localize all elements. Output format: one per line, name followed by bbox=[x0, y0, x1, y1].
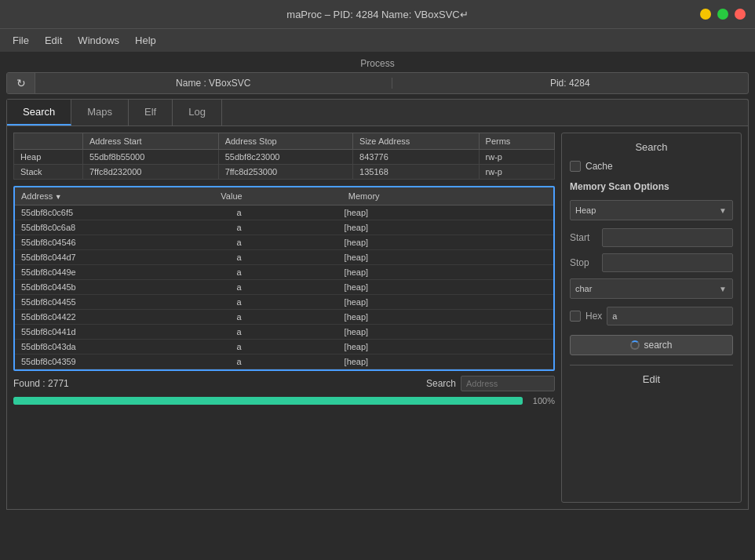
result-value: a bbox=[230, 280, 337, 295]
list-item[interactable]: 55dbf8c04359 a [heap] bbox=[15, 355, 553, 369]
hex-input[interactable] bbox=[607, 307, 733, 325]
results-col-value: Value bbox=[214, 187, 342, 205]
result-value: a bbox=[230, 325, 337, 340]
process-refresh-button[interactable]: ↻ bbox=[7, 72, 35, 94]
menubar: FileEditWindowsHelp bbox=[0, 28, 755, 52]
list-item[interactable]: 55dbf8c0445b a [heap] bbox=[15, 280, 553, 295]
result-address: 55dbf8c04546 bbox=[15, 235, 230, 250]
result-memory: [heap] bbox=[338, 295, 500, 310]
result-address: 55dbf8c043da bbox=[15, 340, 230, 355]
stop-row: Stop bbox=[570, 253, 733, 272]
region-perms: rw-p bbox=[479, 150, 554, 165]
titlebar-title: maProc – PID: 4284 Name: VBoxSVC↵ bbox=[286, 9, 468, 20]
tab-log[interactable]: Log bbox=[173, 100, 222, 125]
main-container: Process ↻ Name : VBoxSVC Pid: 4284 Searc… bbox=[0, 52, 755, 516]
hex-row: Hex bbox=[570, 307, 733, 325]
search-label-bottom: Search bbox=[426, 378, 456, 389]
regions-col-start: Address Start bbox=[82, 133, 218, 150]
menubar-item-windows[interactable]: Windows bbox=[71, 31, 126, 49]
type-dropdown[interactable]: char int float double string bbox=[570, 278, 733, 299]
address-input[interactable] bbox=[461, 376, 555, 391]
menubar-item-file[interactable]: File bbox=[6, 31, 35, 49]
result-memory: [heap] bbox=[338, 235, 500, 250]
region-stop: 7ffc8d253000 bbox=[218, 165, 352, 180]
result-address: 55dbf8c04359 bbox=[15, 355, 230, 369]
right-panel-title: Search bbox=[570, 141, 733, 153]
list-item[interactable]: 55dbf8c04546 a [heap] bbox=[15, 235, 553, 250]
cache-row: Cache bbox=[570, 161, 733, 172]
result-memory: [heap] bbox=[338, 220, 500, 235]
tabs: Search Maps Elf Log bbox=[6, 99, 749, 125]
list-item[interactable]: 55dbf8c04455 a [heap] bbox=[15, 295, 553, 310]
results-scroll[interactable]: 55dbf8c0c6f5 a [heap] 55dbf8c0c6a8 a [he… bbox=[15, 205, 553, 369]
process-label: Process bbox=[6, 58, 749, 69]
tab-elf[interactable]: Elf bbox=[129, 100, 173, 125]
result-memory: [heap] bbox=[338, 310, 500, 325]
region-start: 7ffc8d232000 bbox=[82, 165, 218, 180]
window-controls bbox=[700, 9, 746, 20]
list-item[interactable]: 55dbf8c04422 a [heap] bbox=[15, 310, 553, 325]
cache-checkbox[interactable] bbox=[570, 161, 581, 172]
process-section: Process ↻ Name : VBoxSVC Pid: 4284 bbox=[6, 58, 749, 94]
list-item[interactable]: 55dbf8c0441d a [heap] bbox=[15, 325, 553, 340]
table-row[interactable]: Heap 55dbf8b55000 55dbf8c23000 843776 rw… bbox=[14, 150, 555, 165]
result-value: a bbox=[230, 355, 337, 369]
result-memory: [heap] bbox=[338, 205, 500, 220]
menubar-item-edit[interactable]: Edit bbox=[38, 31, 68, 49]
regions-col-type bbox=[14, 133, 83, 150]
progress-container: 100% bbox=[13, 396, 555, 405]
progress-pct: 100% bbox=[527, 396, 555, 405]
result-memory: [heap] bbox=[338, 355, 500, 369]
regions-col-size: Size Address bbox=[353, 133, 479, 150]
stop-label: Stop bbox=[570, 257, 597, 268]
list-item[interactable]: 55dbf8c0449e a [heap] bbox=[15, 265, 553, 280]
start-input[interactable] bbox=[602, 228, 733, 247]
heap-dropdown[interactable]: Heap Stack All bbox=[570, 200, 733, 220]
stop-input[interactable] bbox=[602, 253, 733, 272]
region-perms: rw-p bbox=[479, 165, 554, 180]
result-address: 55dbf8c0c6f5 bbox=[15, 205, 230, 220]
result-value: a bbox=[230, 250, 337, 265]
list-item[interactable]: 55dbf8c044d7 a [heap] bbox=[15, 250, 553, 265]
result-extra bbox=[499, 205, 553, 220]
result-extra bbox=[499, 265, 553, 280]
close-button[interactable] bbox=[735, 9, 746, 20]
menubar-item-help[interactable]: Help bbox=[129, 31, 162, 49]
result-extra bbox=[499, 250, 553, 265]
found-count: Found : 2771 bbox=[13, 378, 69, 389]
result-extra bbox=[499, 295, 553, 310]
results-col-address: Address bbox=[15, 187, 214, 205]
region-stop: 55dbf8c23000 bbox=[218, 150, 352, 165]
tab-search[interactable]: Search bbox=[7, 100, 71, 125]
region-type: Heap bbox=[14, 150, 83, 165]
result-value: a bbox=[230, 220, 337, 235]
tab-maps[interactable]: Maps bbox=[71, 100, 129, 125]
type-dropdown-wrapper: char int float double string ▼ bbox=[570, 278, 733, 299]
result-extra bbox=[499, 325, 553, 340]
result-address: 55dbf8c0445b bbox=[15, 280, 230, 295]
process-info: ↻ Name : VBoxSVC Pid: 4284 bbox=[6, 72, 749, 94]
start-row: Start bbox=[570, 228, 733, 247]
result-value: a bbox=[230, 205, 337, 220]
bottom-bar: Found : 2771 Search bbox=[13, 376, 555, 391]
table-row[interactable]: Stack 7ffc8d232000 7ffc8d253000 135168 r… bbox=[14, 165, 555, 180]
hex-checkbox[interactable] bbox=[570, 311, 581, 322]
result-address: 55dbf8c0449e bbox=[15, 265, 230, 280]
search-btn-label: search bbox=[644, 340, 672, 351]
result-address: 55dbf8c04422 bbox=[15, 310, 230, 325]
search-button[interactable]: search bbox=[570, 335, 733, 355]
result-memory: [heap] bbox=[338, 250, 500, 265]
list-item[interactable]: 55dbf8c0c6a8 a [heap] bbox=[15, 220, 553, 235]
maximize-button[interactable] bbox=[717, 9, 728, 20]
progress-bar-inner bbox=[13, 397, 523, 405]
results-container: Address Value Memory 55dbf8c0c6f5 a [hea… bbox=[13, 186, 555, 371]
results-table: Address Value Memory bbox=[15, 187, 553, 205]
region-start: 55dbf8b55000 bbox=[82, 150, 218, 165]
list-item[interactable]: 55dbf8c043da a [heap] bbox=[15, 340, 553, 355]
list-item[interactable]: 55dbf8c0c6f5 a [heap] bbox=[15, 205, 553, 220]
regions-col-stop: Address Stop bbox=[218, 133, 352, 150]
regions-table: Address Start Address Stop Size Address … bbox=[13, 133, 555, 180]
result-extra bbox=[499, 340, 553, 355]
titlebar: maProc – PID: 4284 Name: VBoxSVC↵ bbox=[0, 0, 755, 28]
minimize-button[interactable] bbox=[700, 9, 711, 20]
